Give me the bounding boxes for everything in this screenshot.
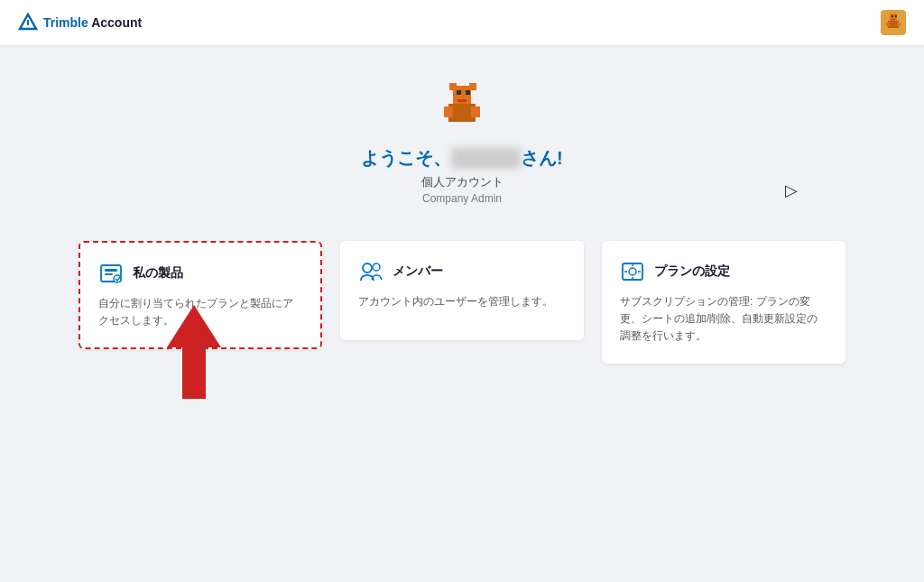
card-plan-settings-header: プランの設定: [620, 259, 827, 284]
members-icon: [358, 259, 383, 284]
logo-area: Trimble Account: [18, 13, 142, 32]
svg-rect-5: [897, 23, 901, 26]
svg-rect-6: [892, 15, 893, 17]
account-role-label: Company Admin: [422, 192, 502, 205]
svg-rect-16: [449, 83, 457, 90]
svg-rect-11: [444, 106, 453, 117]
account-type-label: 個人アカウント: [421, 174, 504, 190]
main-content: ようこそ、GUESTさん! 個人アカウント Company Admin 私の製品…: [0, 45, 924, 582]
user-name-blurred: GUEST: [451, 148, 521, 169]
svg-rect-12: [471, 106, 480, 117]
svg-rect-14: [466, 90, 470, 95]
svg-rect-13: [457, 90, 461, 95]
plan-settings-icon: [620, 259, 645, 284]
header-title: Trimble Account: [43, 15, 142, 30]
svg-rect-7: [895, 15, 897, 17]
card-members-header: メンバー: [358, 259, 566, 284]
card-members-title: メンバー: [393, 263, 443, 280]
svg-point-22: [363, 263, 372, 273]
trimble-logo-icon: [18, 13, 38, 32]
cards-container: 私の製品 自分に割り当てられたプランと製品にアクセスします。 メンバー アカウン…: [79, 241, 845, 364]
app-header: Trimble Account: [0, 0, 924, 45]
svg-rect-8: [892, 19, 895, 20]
svg-rect-19: [105, 269, 117, 272]
user-avatar-header[interactable]: [881, 10, 906, 35]
svg-rect-17: [469, 83, 476, 90]
user-avatar-main: [435, 81, 489, 135]
svg-point-25: [629, 268, 636, 275]
welcome-suffix: さん!: [521, 148, 563, 168]
card-members-desc: アカウント内のユーザーを管理します。: [358, 293, 566, 310]
card-my-products-desc: 自分に割り当てられたプランと製品にアクセスします。: [98, 295, 302, 329]
my-products-icon: [98, 261, 124, 286]
card-my-products[interactable]: 私の製品 自分に割り当てられたプランと製品にアクセスします。: [79, 241, 322, 349]
card-my-products-header: 私の製品: [98, 261, 302, 286]
svg-point-23: [373, 263, 380, 271]
avatar-icon: [882, 12, 904, 33]
card-my-products-title: 私の製品: [133, 265, 183, 282]
welcome-prefix: ようこそ、: [361, 148, 451, 168]
user-pixel-avatar: [435, 81, 489, 135]
welcome-heading: ようこそ、GUESTさん!: [361, 146, 563, 171]
card-members[interactable]: メンバー アカウント内のユーザーを管理します。: [340, 241, 584, 340]
card-plan-settings[interactable]: プランの設定 サブスクリプションの管理: プランの変更、シートの追加/削除、自動…: [602, 241, 845, 364]
svg-rect-4: [886, 23, 890, 26]
svg-rect-15: [457, 99, 467, 102]
svg-rect-20: [105, 273, 113, 275]
card-plan-settings-desc: サブスクリプションの管理: プランの変更、シートの追加/削除、自動更新設定の調整…: [620, 293, 827, 346]
card-plan-settings-title: プランの設定: [654, 263, 730, 280]
